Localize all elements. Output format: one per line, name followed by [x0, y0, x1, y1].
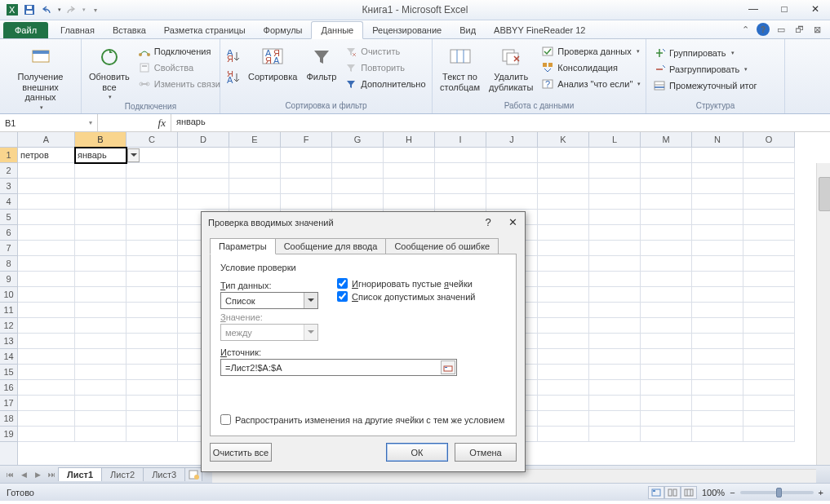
cell[interactable] [435, 179, 486, 194]
cell[interactable] [126, 163, 178, 179]
first-sheet-icon[interactable]: ⏮ [3, 467, 17, 481]
cell[interactable]: январь [75, 148, 126, 163]
cell[interactable] [743, 179, 795, 194]
cell[interactable] [126, 287, 178, 303]
row-header[interactable]: 11 [0, 303, 17, 318]
cell[interactable] [589, 163, 641, 179]
undo-icon[interactable] [39, 2, 54, 17]
page-layout-icon[interactable] [664, 486, 681, 499]
cell[interactable] [589, 380, 641, 396]
column-header[interactable]: E [229, 132, 281, 147]
cell[interactable] [435, 194, 486, 210]
ribbon-minimize-icon[interactable]: ⌃ [739, 23, 752, 36]
tab-data[interactable]: Данные [311, 21, 363, 39]
cell[interactable] [743, 349, 795, 365]
cell[interactable] [75, 194, 126, 210]
ok-button[interactable]: ОК [386, 443, 448, 462]
cell[interactable] [743, 411, 795, 427]
vertical-scrollbar[interactable] [816, 163, 830, 480]
whatif-button[interactable]: ?Анализ "что если"▾ [538, 77, 644, 91]
maximize-button[interactable]: □ [773, 2, 796, 16]
cell[interactable] [18, 272, 75, 287]
cell[interactable] [126, 303, 178, 318]
tab-layout[interactable]: Разметка страницы [155, 22, 255, 38]
cell[interactable] [18, 256, 75, 272]
get-external-data-button[interactable]: Получение внешних данных▾ [3, 42, 78, 113]
cell[interactable] [589, 256, 641, 272]
cell[interactable] [641, 241, 692, 256]
qat-customize-icon[interactable]: ▾ [88, 2, 103, 17]
column-header[interactable]: H [384, 132, 435, 147]
cell[interactable] [18, 427, 75, 442]
in-cell-dropdown-checkbox[interactable]: Список допустимых значений [337, 291, 475, 302]
cell[interactable] [641, 256, 692, 272]
row-header[interactable]: 4 [0, 194, 17, 210]
cell[interactable] [229, 194, 281, 210]
page-break-icon[interactable] [681, 486, 697, 499]
cell[interactable] [692, 163, 743, 179]
cell-validation-dropdown[interactable] [127, 148, 140, 162]
cell[interactable] [126, 210, 178, 225]
group-button[interactable]: Группировать▾ [650, 46, 761, 60]
cell[interactable] [589, 318, 641, 334]
column-header[interactable]: G [332, 132, 384, 147]
sort-button[interactable]: АЯЯАСортировка [244, 42, 301, 84]
cell[interactable] [692, 210, 743, 225]
cell[interactable] [332, 148, 384, 163]
cell[interactable] [281, 163, 332, 179]
column-header[interactable]: K [538, 132, 589, 147]
cell[interactable] [229, 163, 281, 179]
sort-az-button[interactable]: АЯ [224, 49, 243, 64]
cell[interactable] [589, 349, 641, 365]
cell[interactable] [126, 225, 178, 241]
cell[interactable] [126, 427, 178, 442]
advanced-filter-button[interactable]: Дополнительно [341, 77, 428, 91]
cell[interactable] [692, 303, 743, 318]
row-header[interactable]: 8 [0, 256, 17, 272]
cell[interactable] [538, 334, 589, 349]
column-header[interactable]: J [486, 132, 538, 147]
row-header[interactable]: 16 [0, 380, 17, 396]
cell[interactable] [538, 272, 589, 287]
cell[interactable] [641, 349, 692, 365]
cell[interactable] [589, 148, 641, 163]
cell[interactable] [332, 163, 384, 179]
dialog-tab-params[interactable]: Параметры [210, 238, 276, 254]
dropdown-icon[interactable]: ▾ [89, 119, 92, 126]
window-restore-icon[interactable]: 🗗 [792, 23, 806, 36]
cell[interactable] [538, 380, 589, 396]
text2cols-button[interactable]: Текст по столбцам [436, 42, 484, 94]
refresh-all-button[interactable]: Обновить все▾ [85, 42, 134, 102]
formula-input[interactable]: январь [171, 114, 830, 131]
cell[interactable] [18, 349, 75, 365]
cell[interactable] [692, 179, 743, 194]
cell[interactable] [126, 179, 178, 194]
name-box[interactable]: B1▾ [0, 114, 98, 131]
cell[interactable] [178, 163, 229, 179]
cell[interactable] [641, 272, 692, 287]
cell[interactable] [538, 241, 589, 256]
cell[interactable] [589, 303, 641, 318]
tab-review[interactable]: Рецензирование [363, 22, 451, 38]
column-header[interactable]: D [178, 132, 229, 147]
dialog-help-button[interactable]: ? [479, 214, 497, 229]
cell[interactable] [589, 194, 641, 210]
cell[interactable] [384, 148, 435, 163]
cell[interactable] [692, 380, 743, 396]
clear-filter-button[interactable]: Очистить [341, 44, 428, 59]
row-header[interactable]: 18 [0, 411, 17, 427]
cell[interactable] [538, 287, 589, 303]
column-header[interactable]: I [435, 132, 486, 147]
zoom-out-button[interactable]: − [730, 488, 735, 497]
cell[interactable] [18, 210, 75, 225]
cell[interactable] [692, 349, 743, 365]
cell[interactable] [126, 334, 178, 349]
cell[interactable] [589, 225, 641, 241]
cell[interactable] [126, 380, 178, 396]
column-header[interactable]: L [589, 132, 641, 147]
cell[interactable] [435, 163, 486, 179]
last-sheet-icon[interactable]: ⏭ [45, 467, 59, 481]
cell[interactable] [641, 303, 692, 318]
consolidate-button[interactable]: Консолидация [538, 60, 644, 75]
select-all-corner[interactable] [0, 132, 18, 148]
